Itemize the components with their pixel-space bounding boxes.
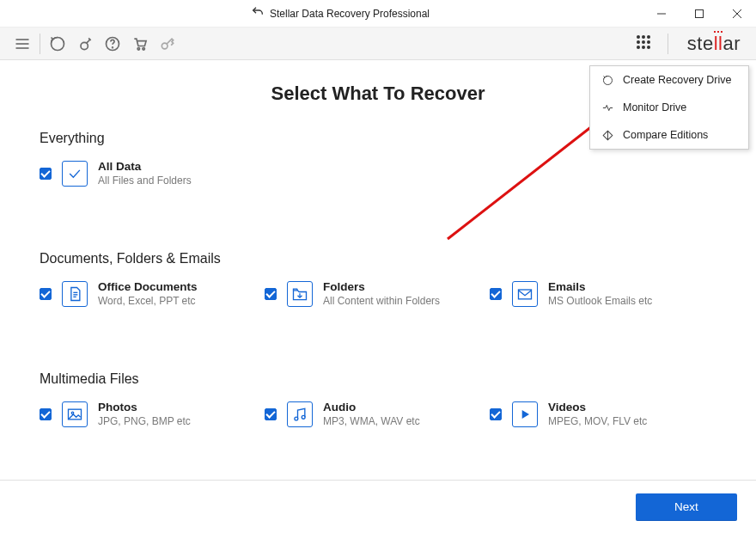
section-heading-docs: Documents, Folders & Emails <box>40 251 716 266</box>
option-videos[interactable]: Videos MPEG, MOV, FLV etc <box>490 401 715 428</box>
image-icon <box>62 401 88 427</box>
next-button[interactable]: Next <box>636 493 737 521</box>
envelope-icon <box>512 281 538 307</box>
option-title: All Data <box>98 160 192 175</box>
option-title: Audio <box>323 401 420 415</box>
svg-point-10 <box>113 46 113 47</box>
more-tools-dropdown: Create Recovery Drive Monitor Drive Comp… <box>589 65 749 150</box>
apps-grid-icon[interactable] <box>631 31 659 57</box>
checkbox-icon[interactable] <box>40 168 52 180</box>
recovery-drive-icon <box>601 73 614 87</box>
svg-point-22 <box>302 415 305 419</box>
checkbox-icon[interactable] <box>40 288 52 300</box>
footer: Next <box>0 480 756 533</box>
option-subtitle: MPEG, MOV, FLV etc <box>548 415 647 428</box>
option-office-documents[interactable]: Office Documents Word, Excel, PPT etc <box>40 280 265 308</box>
checkbox-icon[interactable] <box>40 408 52 420</box>
option-subtitle: Word, Excel, PPT etc <box>98 295 198 308</box>
option-title: Office Documents <box>98 280 198 295</box>
dropdown-label: Compare Editions <box>623 129 708 141</box>
main-content: Select What To Recover Everything All Da… <box>0 60 756 480</box>
checkbox-icon[interactable] <box>265 408 277 420</box>
dropdown-item-compare-editions[interactable]: Compare Editions <box>590 121 748 149</box>
option-title: Folders <box>323 280 440 295</box>
toolbar-separator <box>668 34 668 54</box>
resume-recovery-icon[interactable] <box>44 31 71 57</box>
svg-marker-23 <box>522 410 529 419</box>
option-subtitle: MS Outlook Emails etc <box>548 295 652 308</box>
svg-point-11 <box>137 47 140 50</box>
maximize-button[interactable] <box>680 0 718 28</box>
checkbox-icon[interactable] <box>490 408 502 420</box>
dropdown-item-create-recovery-drive[interactable]: Create Recovery Drive <box>590 66 748 94</box>
dropdown-label: Create Recovery Drive <box>623 74 731 86</box>
option-title: Videos <box>548 401 647 415</box>
checkbox-icon[interactable] <box>490 288 502 300</box>
cart-icon[interactable] <box>126 31 154 57</box>
close-button[interactable] <box>718 0 756 28</box>
checkbox-icon[interactable] <box>265 288 277 300</box>
option-folders[interactable]: Folders All Content within Folders <box>265 280 490 308</box>
monitor-drive-icon <box>601 101 614 114</box>
undo-icon <box>251 5 265 22</box>
folder-download-icon <box>287 281 313 307</box>
dropdown-label: Monitor Drive <box>623 101 686 113</box>
titlebar: Stellar Data Recovery Professional <box>0 0 756 28</box>
option-subtitle: All Files and Folders <box>98 175 192 187</box>
svg-point-12 <box>143 47 145 50</box>
music-note-icon <box>287 401 313 427</box>
section-heading-media: Multimedia Files <box>40 371 716 387</box>
svg-rect-18 <box>519 290 532 299</box>
option-emails[interactable]: Emails MS Outlook Emails etc <box>490 280 715 308</box>
option-subtitle: MP3, WMA, WAV etc <box>323 415 420 428</box>
document-icon <box>62 281 88 307</box>
option-title: Photos <box>98 401 191 415</box>
option-all-data[interactable]: All Data All Files and Folders <box>40 160 265 187</box>
minimize-button[interactable] <box>643 0 680 28</box>
option-subtitle: All Content within Folders <box>323 295 440 308</box>
play-icon <box>512 401 538 427</box>
checkmark-icon <box>62 161 88 187</box>
window-title: Stellar Data Recovery Professional <box>270 8 430 20</box>
title-center: Stellar Data Recovery Professional <box>38 5 643 22</box>
compare-icon <box>601 128 614 142</box>
window-controls <box>643 0 756 28</box>
svg-rect-1 <box>696 9 704 17</box>
toolbar-separator <box>40 34 40 54</box>
lab-icon[interactable] <box>71 31 99 57</box>
brand-logo: stellar <box>687 33 741 55</box>
dropdown-item-monitor-drive[interactable]: Monitor Drive <box>590 94 748 121</box>
svg-point-13 <box>162 43 168 49</box>
menu-icon[interactable] <box>9 31 36 57</box>
svg-point-21 <box>295 417 298 420</box>
option-photos[interactable]: Photos JPG, PNG, BMP etc <box>40 401 265 428</box>
option-title: Emails <box>548 280 652 295</box>
help-icon[interactable] <box>99 31 126 57</box>
key-icon[interactable] <box>154 31 181 57</box>
option-subtitle: JPG, PNG, BMP etc <box>98 415 191 428</box>
option-audio[interactable]: Audio MP3, WMA, WAV etc <box>265 401 490 428</box>
toolbar: stellar <box>0 28 756 60</box>
